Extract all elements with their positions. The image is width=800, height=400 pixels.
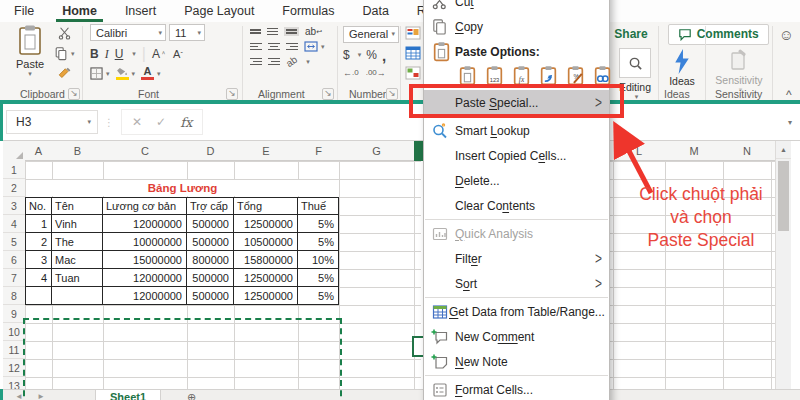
cell[interactable]: 5% (298, 233, 339, 251)
column-header-C[interactable]: C (103, 141, 187, 161)
menu-item-insert-copied-cells[interactable]: Insert Copied Cells... (424, 143, 609, 168)
cell[interactable]: Trợ cấp (187, 197, 234, 215)
column-header-E[interactable]: E (234, 141, 298, 161)
alignment-dialog-launcher[interactable]: ↘ (322, 88, 334, 100)
font-name-select[interactable]: Calibri▾ (90, 24, 166, 41)
merge-center-button[interactable]: ▾ (304, 41, 325, 52)
column-header-F[interactable]: F (298, 141, 339, 161)
row-header-4[interactable]: 4 (3, 215, 25, 233)
cell[interactable]: 3 (25, 251, 52, 269)
menu-item-get-data[interactable]: Get Data from Table/Range... (424, 299, 609, 324)
cell[interactable]: 500000 (187, 233, 234, 251)
row-header-9[interactable]: 9 (3, 305, 25, 323)
cell[interactable]: 2 (25, 233, 52, 251)
menu-item-new-comment[interactable]: New Comment (424, 324, 609, 349)
cell[interactable]: 10500000 (234, 233, 298, 251)
column-header-L[interactable]: L (613, 141, 665, 161)
menu-item-copy[interactable]: Copy (424, 14, 609, 39)
column-header-M[interactable]: M (665, 141, 723, 161)
top-align-button[interactable] (250, 28, 261, 36)
column-header-G[interactable]: G (339, 141, 414, 161)
worksheet-grid[interactable]: ABCDEFGHLMN12345678910111213 Bảng LươngN… (0, 141, 800, 389)
cell[interactable]: 1 (25, 215, 52, 233)
menu-item-clear-contents[interactable]: Clear Contents (424, 193, 609, 218)
menu-item-sort[interactable]: Sort> (424, 271, 609, 296)
ideas-button[interactable]: Ideas (662, 48, 702, 87)
cell[interactable]: 800000 (187, 251, 234, 269)
column-header-N[interactable]: N (723, 141, 771, 161)
paste-link-icon[interactable] (592, 65, 613, 89)
decrease-indent-button[interactable] (250, 56, 262, 67)
enter-button[interactable]: ✓ (156, 115, 166, 129)
cell[interactable]: 12000000 (103, 287, 187, 305)
cell[interactable]: 12000000 (103, 215, 187, 233)
paste-button[interactable]: Paste ▾ (8, 24, 52, 96)
feedback-smiley-icon[interactable]: ☺ (779, 26, 794, 43)
format-painter-button[interactable] (54, 67, 75, 81)
vertical-scrollbar[interactable]: ▲ (775, 141, 791, 389)
increase-indent-button[interactable] (268, 56, 280, 67)
menu-item-new-note[interactable]: New Note (424, 349, 609, 374)
paste-formatting-icon[interactable]: % (565, 65, 586, 89)
italic-button[interactable]: I (105, 47, 109, 62)
select-all-corner[interactable] (3, 141, 25, 161)
tab-data[interactable]: Data (348, 0, 402, 22)
row-header-2[interactable]: 2 (3, 179, 25, 197)
cell[interactable]: 10% (298, 251, 339, 269)
menu-item-cut[interactable]: Cut (424, 0, 609, 14)
menu-item-delete[interactable]: Delete... (424, 168, 609, 193)
cell[interactable]: 5% (298, 215, 339, 233)
tab-file[interactable]: File (0, 0, 48, 22)
middle-align-button[interactable] (267, 26, 278, 37)
row-header-6[interactable]: 6 (3, 251, 25, 269)
font-size-select[interactable]: 11▾ (169, 24, 205, 41)
cell[interactable]: 500000 (187, 269, 234, 287)
align-right-button[interactable] (286, 41, 298, 52)
column-header-B[interactable]: B (52, 141, 103, 161)
cell[interactable]: 15800000 (234, 251, 298, 269)
comma-format-button[interactable]: , (382, 47, 386, 64)
cut-button[interactable] (54, 26, 75, 40)
formula-bar-expand-icon[interactable]: ▾ (788, 118, 792, 127)
grow-font-button[interactable]: A＾ (152, 47, 167, 61)
tab-home[interactable]: Home (48, 0, 111, 22)
comments-button[interactable]: Comments (668, 24, 769, 45)
menu-item-paste-options[interactable]: Paste Options: (424, 39, 609, 64)
row-header-12[interactable]: 12 (3, 359, 25, 377)
paste-keep-icon[interactable] (457, 65, 478, 89)
sheet-nav-arrows[interactable]: ◄► (3, 390, 95, 400)
cell[interactable]: 12500000 (234, 287, 298, 305)
tab-insert[interactable]: Insert (111, 0, 170, 22)
cell[interactable]: Tổng (234, 197, 298, 215)
increase-decimal-button[interactable]: ←.0 (343, 68, 359, 78)
cell[interactable]: 5% (298, 269, 339, 287)
percent-format-button[interactable]: % (366, 48, 377, 62)
cell[interactable]: 12000000 (103, 269, 187, 287)
cell[interactable]: 10000000 (103, 233, 187, 251)
row-header-1[interactable]: 1 (3, 161, 25, 179)
cell[interactable]: Lương cơ bản (103, 197, 187, 215)
cancel-button[interactable]: ✕ (132, 115, 142, 129)
cell[interactable]: 500000 (187, 215, 234, 233)
underline-caret-icon[interactable]: ▾ (132, 50, 136, 58)
menu-item-format-cells[interactable]: Format Cells... (424, 377, 609, 400)
tab-page-layout[interactable]: Page Layout (170, 0, 268, 22)
orientation-button[interactable]: ab (284, 54, 299, 69)
bold-button[interactable]: B (90, 47, 99, 61)
cell[interactable] (25, 287, 52, 305)
cell[interactable]: 500000 (187, 287, 234, 305)
menu-item-smart-lookup[interactable]: iSmart Lookup (424, 118, 609, 143)
copy-button[interactable]: ▾ (54, 46, 75, 61)
column-header-D[interactable]: D (187, 141, 234, 161)
table-title[interactable]: Bảng Lương (26, 180, 339, 196)
cell[interactable]: No. (25, 197, 52, 215)
cell[interactable]: 15000000 (103, 251, 187, 269)
cell[interactable]: Tên (52, 197, 103, 215)
orientation-caret-icon[interactable]: ▾ (306, 58, 310, 66)
cell[interactable]: 12500000 (234, 269, 298, 287)
menu-item-filter[interactable]: Filter> (424, 246, 609, 271)
paste-values-icon[interactable]: 123 (484, 65, 505, 89)
cell[interactable]: Mac (52, 251, 103, 269)
font-color-button[interactable]: A▾ (141, 67, 161, 80)
cell[interactable]: 4 (25, 269, 52, 287)
